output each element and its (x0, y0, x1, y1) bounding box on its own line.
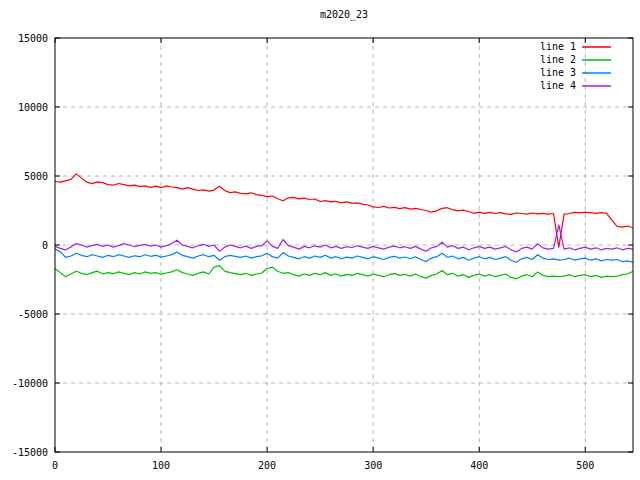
y-tick-label: -10000 (12, 378, 48, 389)
chart-title: m2020_23 (320, 9, 368, 21)
y-tick-label: 0 (42, 240, 48, 251)
chart: m2020_23 0100200300400500 -15000-10000-5… (0, 0, 640, 480)
legend-label-line-3: line 3 (540, 67, 576, 78)
legend-label-line-4: line 4 (540, 80, 576, 91)
x-tick-label: 200 (258, 460, 276, 471)
x-tick-label: 100 (152, 460, 170, 471)
y-tick-label: 5000 (24, 171, 48, 182)
y-tick-label: 10000 (18, 102, 48, 113)
y-tick-label: -15000 (12, 447, 48, 458)
x-tick-label: 500 (576, 460, 594, 471)
x-axis-labels: 0100200300400500 (52, 460, 594, 471)
series-line-4 (55, 225, 633, 252)
x-tick-label: 400 (470, 460, 488, 471)
y-axis-labels: -15000-10000-5000050001000015000 (12, 33, 48, 458)
x-tick-label: 0 (52, 460, 58, 471)
legend: line 1 line 2 line 3 line 4 (540, 41, 611, 91)
gnuplot-window: m2020_23 0100200300400500 -15000-10000-5… (0, 0, 640, 480)
legend-label-line-1: line 1 (540, 41, 576, 52)
y-tick-label: -5000 (18, 309, 48, 320)
x-tick-label: 300 (364, 460, 382, 471)
data-series (55, 174, 633, 279)
series-line-3 (55, 249, 633, 262)
y-tick-label: 15000 (18, 33, 48, 44)
legend-label-line-2: line 2 (540, 54, 576, 65)
series-line-1 (55, 174, 633, 247)
series-line-2 (55, 266, 633, 279)
